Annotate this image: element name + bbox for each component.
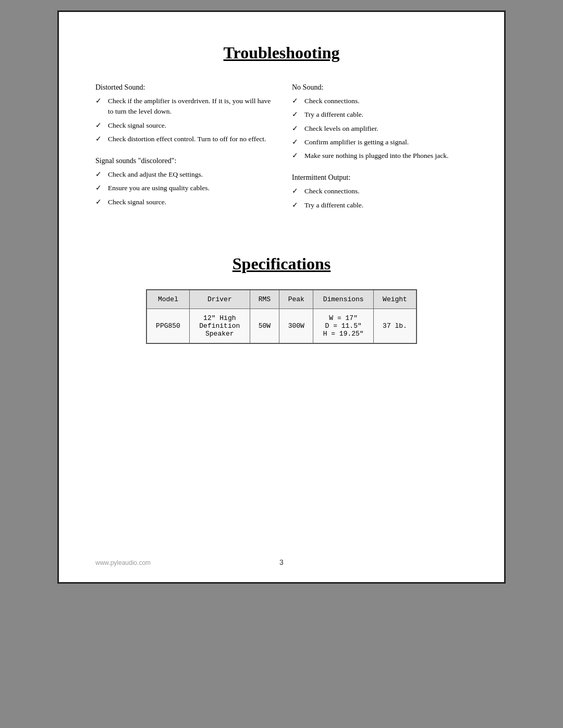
no-sound-section: No Sound: Check connections. Try a diffe… bbox=[292, 83, 468, 161]
intermittent-label: Intermittent Output: bbox=[292, 174, 468, 182]
page: Troubleshooting Distorted Sound: Check i… bbox=[57, 10, 506, 584]
col-header-peak: Peak bbox=[279, 290, 313, 309]
col-header-driver: Driver bbox=[189, 290, 250, 309]
distorted-sound-section: Distorted Sound: Check if the amplifier … bbox=[95, 83, 271, 144]
distorted-sound-list: Check if the amplifier is overdriven. If… bbox=[95, 96, 271, 144]
page-number: 3 bbox=[279, 558, 284, 566]
list-item: Try a different cable. bbox=[292, 109, 468, 120]
specifications-title: Specifications bbox=[95, 254, 468, 274]
list-item: Check and adjust the EQ settings. bbox=[95, 169, 271, 180]
discolored-label: Signal sounds "discolored": bbox=[95, 157, 271, 165]
list-item: Check if the amplifier is overdriven. If… bbox=[95, 96, 271, 117]
intermittent-list: Check connections. Try a different cable… bbox=[292, 186, 468, 211]
troubleshooting-content: Distorted Sound: Check if the amplifier … bbox=[95, 83, 468, 223]
table-row: PPG850 12" HighDefinitionSpeaker 50W 300… bbox=[146, 309, 417, 343]
cell-rms: 50W bbox=[250, 309, 279, 343]
list-item: Check connections. bbox=[292, 96, 468, 106]
list-item: Confirm amplifier is getting a signal. bbox=[292, 137, 468, 147]
cell-peak: 300W bbox=[279, 309, 313, 343]
specs-table-wrapper: Model Driver RMS Peak Dimensions Weight … bbox=[95, 289, 468, 344]
specifications-table: Model Driver RMS Peak Dimensions Weight … bbox=[146, 289, 417, 344]
specifications-section: Specifications Model Driver RMS Peak Dim… bbox=[95, 254, 468, 344]
distorted-sound-label: Distorted Sound: bbox=[95, 83, 271, 92]
cell-driver: 12" HighDefinitionSpeaker bbox=[189, 309, 250, 343]
col-header-model: Model bbox=[146, 290, 189, 309]
no-sound-label: No Sound: bbox=[292, 83, 468, 92]
list-item: Try a different cable. bbox=[292, 200, 468, 211]
list-item: Ensure you are using quality cables. bbox=[95, 183, 271, 193]
intermittent-section: Intermittent Output: Check connections. … bbox=[292, 174, 468, 211]
cell-weight: 37 lb. bbox=[373, 309, 417, 343]
list-item: Check levels on amplifier. bbox=[292, 124, 468, 134]
cell-dimensions: W = 17"D = 11.5"H = 19.25" bbox=[313, 309, 374, 343]
discolored-list: Check and adjust the EQ settings. Ensure… bbox=[95, 169, 271, 207]
table-header-row: Model Driver RMS Peak Dimensions Weight bbox=[146, 290, 417, 309]
col-header-dimensions: Dimensions bbox=[313, 290, 374, 309]
col-header-rms: RMS bbox=[250, 290, 279, 309]
troubleshooting-title: Troubleshooting bbox=[95, 43, 468, 63]
list-item: Check distortion effect control. Turn to… bbox=[95, 134, 271, 144]
no-sound-list: Check connections. Try a different cable… bbox=[292, 96, 468, 161]
list-item: Check signal source. bbox=[95, 197, 271, 207]
col-header-weight: Weight bbox=[373, 290, 417, 309]
left-column: Distorted Sound: Check if the amplifier … bbox=[95, 83, 271, 223]
discolored-section: Signal sounds "discolored": Check and ad… bbox=[95, 157, 271, 207]
cell-model: PPG850 bbox=[146, 309, 189, 343]
website-footer: www.pyleaudio.com bbox=[95, 559, 151, 566]
list-item: Check signal source. bbox=[95, 120, 271, 131]
list-item: Check connections. bbox=[292, 186, 468, 196]
list-item: Make sure nothing is plugged into the Ph… bbox=[292, 151, 468, 161]
right-column: No Sound: Check connections. Try a diffe… bbox=[292, 83, 468, 223]
